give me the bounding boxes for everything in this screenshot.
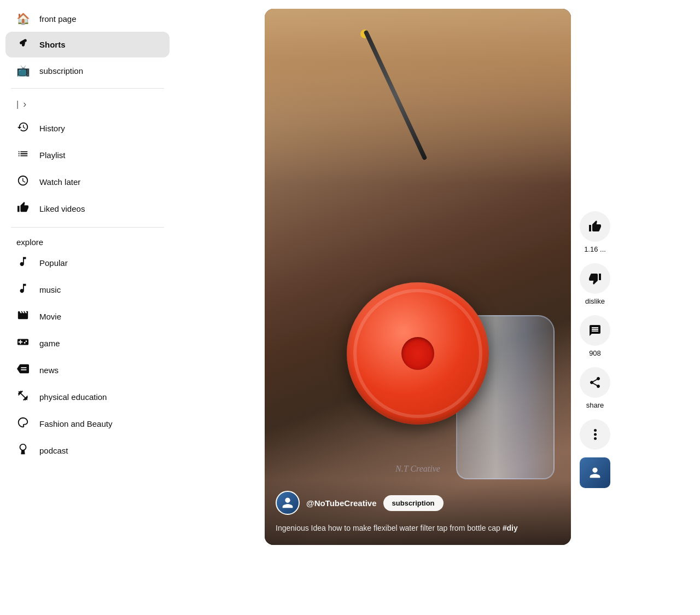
music-icon [16,282,30,297]
sidebar-item-popular[interactable]: Popular [5,250,170,276]
sidebar-item-music[interactable]: music [5,277,170,303]
next-video-thumbnail[interactable] [580,457,610,488]
hand-visual [265,9,571,184]
sidebar-label-playlist: Playlist [39,150,66,160]
sidebar-item-news[interactable]: news [5,357,170,383]
channel-row: @NoTubeCreative subscription [276,491,560,515]
sidebar-item-playlist[interactable]: Playlist [5,142,170,168]
bar-icon: | [16,100,19,109]
sidebar-item-shorts[interactable]: Shorts [5,32,170,57]
shorts-icon [16,37,30,52]
shorts-player-container: N.T Creative @NoTubeCreative subscriptio… [265,9,610,545]
collapse-row[interactable]: | › [0,94,175,114]
video-description: Ingenious Idea how to make flexibel wate… [276,523,560,534]
sidebar-item-liked-videos[interactable]: Liked videos [5,196,170,222]
sidebar-item-watch-later[interactable]: Watch later [5,169,170,195]
sidebar-item-podcast[interactable]: podcast [5,438,170,463]
action-buttons-column: 1.16 ... dislike 908 share [580,9,610,488]
sidebar-label-news: news [39,365,59,375]
svg-point-2 [594,437,597,440]
subscription-icon: 📺 [16,64,30,77]
news-icon [16,363,30,378]
sidebar-label-music: music [39,285,61,294]
subscription-button[interactable]: subscription [383,495,444,511]
physical-education-icon [16,390,30,404]
sidebar-item-physical-education[interactable]: physical education [5,384,170,410]
sidebar-item-game[interactable]: game [5,330,170,356]
sidebar-label-fashion-beauty: Fashion and Beauty [39,419,112,428]
sidebar-label-front-page: front page [39,14,77,24]
playlist-icon [16,148,30,163]
description-text: Ingenious Idea how to make flexibel wate… [276,524,503,532]
comment-count: 908 [589,349,601,357]
chevron-right-icon: › [23,98,26,110]
like-button[interactable] [580,211,610,242]
comment-button[interactable] [580,315,610,346]
divider-2 [11,227,164,228]
podcast-icon [16,443,30,458]
divider-1 [11,88,164,89]
sidebar-label-game: game [39,339,60,348]
sidebar: 🏠 front page Shorts 📺 subscription | › H… [0,0,175,615]
sidebar-item-front-page[interactable]: 🏠 front page [5,7,170,31]
video-watermark: N.T Creative [395,464,440,474]
main-content: N.T Creative @NoTubeCreative subscriptio… [175,0,700,615]
popular-icon [16,256,30,270]
like-count: 1.16 ... [584,245,606,253]
dislike-button[interactable] [580,263,610,294]
sidebar-label-history: History [39,124,65,133]
sidebar-item-subscription[interactable]: 📺 subscription [5,59,170,83]
sidebar-label-podcast: podcast [39,446,68,455]
svg-point-1 [594,433,597,436]
movie-icon [16,309,30,324]
video-card[interactable]: N.T Creative @NoTubeCreative subscriptio… [265,9,571,545]
sidebar-label-physical-education: physical education [39,392,107,402]
home-icon: 🏠 [16,12,30,25]
more-options-button[interactable] [580,419,610,450]
game-icon [16,336,30,351]
sidebar-label-subscription: subscription [39,66,83,76]
dislike-label: dislike [585,297,605,305]
sidebar-label-popular: Popular [39,258,68,268]
bottle-cap-visual [347,282,489,425]
channel-handle[interactable]: @NoTubeCreative [306,498,377,508]
fashion-beauty-icon [16,416,30,431]
share-label: share [586,401,604,409]
description-hashtag: #diy [503,524,518,532]
sidebar-label-shorts: Shorts [39,40,66,49]
sidebar-item-history[interactable]: History [5,115,170,141]
explore-section-label: explore [0,233,175,249]
svg-point-0 [594,429,597,432]
liked-videos-icon [16,201,30,216]
sidebar-label-watch-later: Watch later [39,177,80,187]
channel-avatar[interactable] [276,491,300,515]
video-overlay: @NoTubeCreative subscription Ingenious I… [265,480,571,545]
sidebar-label-liked-videos: Liked videos [39,204,85,213]
sidebar-label-movie: Movie [39,312,61,321]
watch-later-icon [16,175,30,189]
sidebar-item-fashion-beauty[interactable]: Fashion and Beauty [5,411,170,437]
history-icon [16,121,30,136]
share-button[interactable] [580,367,610,398]
sidebar-item-movie[interactable]: Movie [5,304,170,329]
